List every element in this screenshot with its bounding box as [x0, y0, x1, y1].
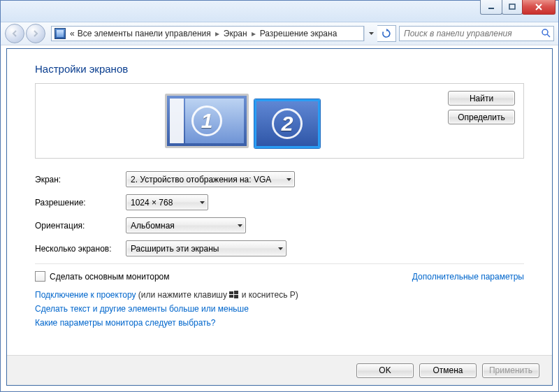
projector-hint-pre: (или нажмите клавишу — [138, 290, 227, 300]
dialog-buttons: OK Отмена Применить — [7, 355, 552, 385]
detect-button[interactable]: Найти — [448, 91, 515, 106]
forward-button[interactable] — [26, 24, 45, 43]
resolution-label: Разрешение: — [35, 198, 126, 208]
chevron-right-icon: ▸ — [212, 29, 222, 38]
apply-button[interactable]: Применить — [482, 363, 539, 378]
svg-line-3 — [547, 34, 550, 37]
resolution-value: 1024 × 768 — [131, 198, 173, 208]
projector-link-row: Подключение к проектору (или нажмите кла… — [35, 290, 524, 300]
breadcrumb-item[interactable]: Разрешение экрана — [259, 29, 339, 38]
close-button[interactable] — [522, 0, 556, 15]
settings-form: Экран: 2. Устройство отображения на: VGA… — [35, 171, 524, 256]
chevron-down-icon — [238, 224, 242, 227]
svg-rect-6 — [229, 295, 233, 298]
breadcrumb-item[interactable]: Все элементы панели управления — [76, 29, 212, 38]
display-value: 2. Устройство отображения на: VGA — [131, 175, 271, 184]
advanced-settings-link[interactable]: Дополнительные параметры — [412, 272, 524, 282]
svg-rect-0 — [488, 8, 494, 9]
svg-rect-5 — [234, 291, 238, 294]
content-panel: Настройки экранов 1 2 — [6, 48, 553, 386]
svg-rect-1 — [509, 4, 515, 9]
window: « Все элементы панели управления ▸ Экран… — [0, 0, 559, 392]
maximize-button[interactable] — [502, 0, 523, 15]
minimize-button[interactable] — [480, 0, 502, 15]
address-dropdown[interactable] — [364, 26, 377, 41]
orientation-select[interactable]: Альбомная — [126, 217, 246, 233]
orientation-label: Ориентация: — [35, 221, 126, 231]
display-preview: 1 2 Найти Определить — [35, 83, 524, 159]
refresh-button[interactable] — [377, 25, 396, 42]
breadcrumb-prefix: « — [68, 29, 76, 38]
titlebar — [1, 1, 558, 22]
display-select[interactable]: 2. Устройство отображения на: VGA — [126, 171, 295, 187]
svg-rect-4 — [229, 291, 233, 294]
search-icon — [541, 28, 551, 40]
monitor-2[interactable]: 2 — [254, 99, 320, 148]
identify-button[interactable]: Определить — [448, 110, 515, 124]
multi-label: Несколько экранов: — [35, 244, 126, 254]
chevron-down-icon — [200, 201, 205, 204]
which-settings-link[interactable]: Какие параметры монитора следует выбрать… — [35, 318, 216, 328]
breadcrumb: « Все элементы панели управления ▸ Экран… — [68, 29, 338, 38]
chevron-right-icon: ▸ — [249, 29, 259, 38]
chevron-down-icon — [286, 178, 291, 181]
connect-projector-link[interactable]: Подключение к проектору — [35, 290, 136, 300]
cancel-button[interactable]: Отмена — [419, 363, 477, 378]
page-title: Настройки экранов — [35, 63, 524, 75]
search-input[interactable] — [402, 28, 541, 39]
projector-hint-post: и коснитесь P) — [242, 290, 298, 300]
breadcrumb-item[interactable]: Экран — [222, 29, 249, 38]
resolution-select[interactable]: 1024 × 768 — [126, 194, 208, 210]
address-bar[interactable]: « Все элементы панели управления ▸ Экран… — [51, 26, 364, 41]
multi-display-select[interactable]: Расширить эти экраны — [126, 240, 286, 256]
make-primary-label: Сделать основным монитором — [50, 272, 170, 282]
chevron-down-icon — [278, 247, 283, 250]
back-button[interactable] — [5, 24, 24, 43]
svg-rect-7 — [234, 295, 238, 298]
separator — [35, 263, 524, 264]
ok-button[interactable]: OK — [356, 363, 414, 378]
orientation-value: Альбомная — [131, 221, 175, 231]
control-panel-icon — [55, 28, 66, 39]
svg-point-2 — [542, 29, 548, 35]
multi-value: Расширить эти экраны — [131, 244, 219, 254]
windows-key-icon — [229, 291, 239, 299]
display-label: Экран: — [35, 175, 126, 184]
text-size-link[interactable]: Сделать текст и другие элементы больше и… — [35, 304, 249, 314]
monitor-1[interactable]: 1 — [165, 94, 249, 148]
navbar: « Все элементы панели управления ▸ Экран… — [1, 22, 558, 45]
monitor-number: 2 — [282, 112, 293, 136]
monitor-number: 1 — [201, 109, 213, 133]
make-primary-checkbox[interactable] — [35, 271, 45, 282]
search-box[interactable] — [399, 26, 554, 41]
